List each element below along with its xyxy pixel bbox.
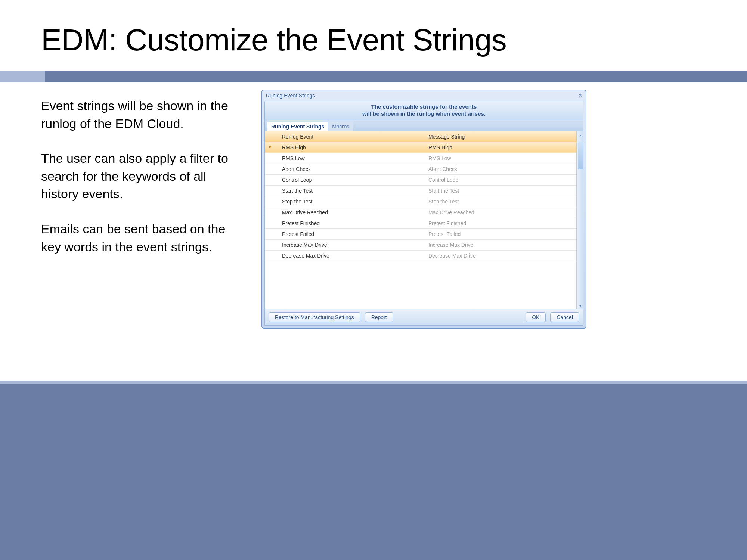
row-event: Stop the Test (278, 196, 425, 207)
dialog-banner-line-2: will be shown in the runlog when event a… (265, 111, 583, 118)
table-header-gutter (265, 131, 278, 142)
body-paragraph-1: Event strings will be shown in the runlo… (41, 97, 232, 133)
row-event: Pretest Failed (278, 228, 425, 239)
report-button[interactable]: Report (365, 312, 393, 322)
table-row[interactable]: RMS HighRMS High (265, 142, 583, 153)
close-icon[interactable]: × (579, 92, 582, 99)
table-row[interactable]: Increase Max DriveIncrease Max Drive (265, 239, 583, 250)
row-message[interactable]: RMS Low (425, 153, 583, 164)
row-gutter (265, 174, 278, 185)
row-event: Increase Max Drive (278, 239, 425, 250)
row-message[interactable]: Control Loop (425, 174, 583, 185)
row-gutter (265, 164, 278, 174)
event-table-wrap: Runlog Event Message String RMS HighRMS … (265, 131, 583, 309)
table-row[interactable]: RMS LowRMS Low (265, 153, 583, 164)
row-event: RMS High (278, 142, 425, 153)
row-gutter (265, 250, 278, 261)
row-event: Abort Check (278, 164, 425, 174)
accent-bar-main (45, 71, 747, 82)
table-row[interactable]: Pretest FinishedPretest Finished (265, 218, 583, 228)
event-table: Runlog Event Message String RMS HighRMS … (265, 131, 583, 261)
row-message[interactable]: Pretest Finished (425, 218, 583, 228)
row-event: Start the Test (278, 185, 425, 196)
vertical-scrollbar[interactable]: ▴ ▾ (576, 131, 583, 309)
row-gutter (265, 196, 278, 207)
row-gutter (265, 218, 278, 228)
row-message[interactable]: RMS High (425, 142, 583, 153)
row-message[interactable]: Stop the Test (425, 196, 583, 207)
scroll-arrow-down-icon[interactable]: ▾ (578, 304, 582, 308)
row-message[interactable]: Pretest Failed (425, 228, 583, 239)
table-row[interactable]: Pretest FailedPretest Failed (265, 228, 583, 239)
table-row[interactable]: Start the TestStart the Test (265, 185, 583, 196)
row-event: Decrease Max Drive (278, 250, 425, 261)
row-event: Pretest Finished (278, 218, 425, 228)
row-message[interactable]: Decrease Max Drive (425, 250, 583, 261)
dialog-body: The customizable strings for the events … (264, 101, 583, 326)
accent-bar (0, 71, 747, 82)
dialog-tabs: Runlog Event StringsMacros (265, 120, 583, 131)
bottom-accent-bar-light (0, 381, 747, 384)
row-gutter (265, 153, 278, 164)
row-gutter (265, 239, 278, 250)
row-message[interactable]: Start the Test (425, 185, 583, 196)
ok-button[interactable]: OK (526, 312, 546, 322)
bottom-accent-bar (0, 384, 747, 560)
table-header-message[interactable]: Message String (425, 131, 583, 142)
row-gutter (265, 207, 278, 218)
table-row[interactable]: Control LoopControl Loop (265, 174, 583, 185)
table-row[interactable]: Max Drive ReachedMax Drive Reached (265, 207, 583, 218)
runlog-event-strings-dialog: Runlog Event Strings × The customizable … (261, 90, 586, 329)
body-paragraph-2: The user can also apply a filter to sear… (41, 150, 232, 203)
dialog-footer: Restore to Manufacturing Settings Report… (265, 309, 583, 325)
row-message[interactable]: Abort Check (425, 164, 583, 174)
table-row[interactable]: Abort CheckAbort Check (265, 164, 583, 174)
scroll-arrow-up-icon[interactable]: ▴ (578, 133, 582, 137)
accent-bar-left (0, 71, 45, 82)
dialog-banner: The customizable strings for the events … (265, 101, 583, 120)
table-row[interactable]: Stop the TestStop the Test (265, 196, 583, 207)
row-message[interactable]: Max Drive Reached (425, 207, 583, 218)
dialog-banner-line-1: The customizable strings for the events (265, 103, 583, 111)
body-paragraph-3: Emails can be sent based on the key word… (41, 220, 232, 256)
table-header-row: Runlog Event Message String (265, 131, 583, 142)
cancel-button[interactable]: Cancel (550, 312, 579, 322)
body-text: Event strings will be shown in the runlo… (41, 97, 232, 273)
row-gutter (265, 185, 278, 196)
table-row[interactable]: Decrease Max DriveDecrease Max Drive (265, 250, 583, 261)
row-event: Max Drive Reached (278, 207, 425, 218)
tab-macros[interactable]: Macros (328, 122, 353, 131)
row-gutter (265, 228, 278, 239)
slide-title: EDM: Customize the Event Strings (41, 22, 506, 57)
row-gutter (265, 142, 278, 153)
dialog-titlebar: Runlog Event Strings × (262, 90, 586, 101)
row-event: RMS Low (278, 153, 425, 164)
tab-runlog-event-strings[interactable]: Runlog Event Strings (267, 122, 328, 131)
row-message[interactable]: Increase Max Drive (425, 239, 583, 250)
row-event: Control Loop (278, 174, 425, 185)
table-header-event[interactable]: Runlog Event (278, 131, 425, 142)
restore-button[interactable]: Restore to Manufacturing Settings (269, 312, 360, 322)
dialog-title: Runlog Event Strings (266, 93, 315, 99)
